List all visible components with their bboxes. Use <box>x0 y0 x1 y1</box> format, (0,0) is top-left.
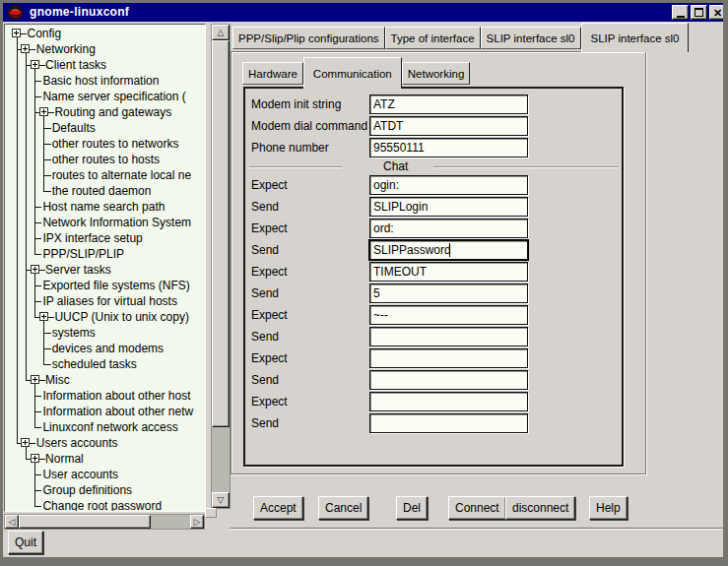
tree-expander[interactable] <box>31 265 39 274</box>
tree-item[interactable]: IP aliases for virtual hosts <box>42 293 177 309</box>
quit-button[interactable]: Quit <box>8 531 43 554</box>
tree-expander[interactable] <box>39 107 48 116</box>
tree-expander[interactable] <box>39 312 48 321</box>
tree-expander[interactable] <box>21 438 30 447</box>
scroll-up-button[interactable]: △ <box>212 25 230 40</box>
tree-item[interactable]: Defaults <box>52 120 96 136</box>
chat-send-input[interactable] <box>369 327 528 346</box>
field-label: Expect <box>251 348 288 368</box>
config-tree-panel: ConfigNetworkingClient tasksBasic host i… <box>4 24 206 512</box>
minimize-button[interactable] <box>672 5 689 20</box>
tree-item[interactable]: Group definitions <box>42 482 132 498</box>
tree-connector <box>30 49 35 50</box>
tree-item[interactable]: Config <box>28 26 62 41</box>
tree-item[interactable]: systems <box>52 325 96 341</box>
tree-item[interactable]: Information about other netw <box>42 404 193 419</box>
tree-item[interactable]: other routes to hosts <box>52 152 160 167</box>
tree-item[interactable]: Server tasks <box>45 262 111 278</box>
tree-item[interactable]: Client tasks <box>45 57 106 73</box>
tree-item[interactable]: Misc <box>45 372 70 388</box>
phone-number-input[interactable] <box>369 138 528 157</box>
tab-communication[interactable]: Communication <box>303 57 402 89</box>
tree-item[interactable]: routes to alternate local ne <box>52 167 191 183</box>
del-button[interactable]: Del <box>396 496 428 520</box>
tree-item[interactable]: Host name search path <box>42 199 165 215</box>
modem-init-input[interactable] <box>369 94 528 114</box>
chat-send-input[interactable] <box>369 370 528 390</box>
tree-expander[interactable] <box>31 454 39 463</box>
tree-item[interactable]: PPP/SLIP/PLIP <box>42 246 124 262</box>
tree-item[interactable]: Networking <box>36 41 96 57</box>
chat-expect-input[interactable] <box>369 219 528 238</box>
chat-expect-input[interactable] <box>369 348 528 368</box>
tree-horizontal-scrollbar[interactable]: ◁ ▷ <box>4 514 205 530</box>
tree-item[interactable]: Routing and gateways <box>54 104 171 120</box>
tree-expander[interactable] <box>12 29 21 37</box>
disconnect-button[interactable]: disconnect <box>505 496 575 520</box>
titlebar[interactable]: gnome-linuxconf ✕ <box>3 3 723 22</box>
tree-item[interactable]: devices and modems <box>52 341 164 356</box>
tree-item[interactable]: Users accounts <box>36 435 118 451</box>
accept-button[interactable]: Accept <box>253 496 303 520</box>
tab-slip-interface-sl0[interactable]: SLIP interface sl0 <box>481 27 581 49</box>
tab-slip-interface-sl0[interactable]: SLIP interface sl0 <box>581 23 690 52</box>
tree-connector <box>43 175 50 176</box>
tree-item[interactable]: UUCP (Unix to unix copy) <box>54 309 189 325</box>
tree-item[interactable]: Change root password <box>42 498 162 512</box>
field-label: Modem init string <box>251 94 341 114</box>
tree-connector <box>34 506 41 507</box>
vertical-scroll-thumb[interactable] <box>212 40 230 427</box>
field-label: Send <box>251 197 279 217</box>
tree-item[interactable]: Information about other host <box>42 388 190 404</box>
horizontal-scroll-thumb[interactable] <box>19 515 151 529</box>
tree-item[interactable]: User accounts <box>42 467 118 482</box>
scroll-left-button[interactable]: ◁ <box>5 515 19 529</box>
tree-item[interactable]: Name server specification ( <box>42 89 185 104</box>
chat-expect-input[interactable] <box>369 262 528 282</box>
tree-expander[interactable] <box>21 44 30 53</box>
field-label: Expect <box>251 262 288 282</box>
tree-connector <box>21 33 27 34</box>
modem-dial-input[interactable] <box>369 116 528 136</box>
tree-connector <box>43 321 44 365</box>
tree-vertical-scrollbar[interactable]: △ ▽ <box>211 24 231 509</box>
tree-item[interactable]: Exported file systems (NFS) <box>42 278 189 293</box>
tab-type-of-interface[interactable]: Type of interface <box>385 27 481 49</box>
tab-networking[interactable]: Networking <box>402 62 471 85</box>
tree-item[interactable]: Basic host information <box>42 73 159 89</box>
tree-connector <box>34 384 35 428</box>
tree-expander[interactable] <box>31 60 39 69</box>
tree-connector <box>30 443 35 444</box>
tree-item[interactable]: the routed daemon <box>52 183 152 199</box>
tree-connector <box>48 112 54 113</box>
chat-expect-input[interactable] <box>369 175 528 195</box>
help-button[interactable]: Help <box>589 496 628 520</box>
chat-send-input[interactable] <box>369 197 528 217</box>
close-icon: ✕ <box>713 7 722 19</box>
tree-connector <box>48 317 54 318</box>
tree-item[interactable]: scheduled tasks <box>52 356 137 372</box>
app-window: gnome-linuxconf ✕ ConfigNetworkingClient… <box>0 0 728 566</box>
tree-connector <box>43 159 50 160</box>
scroll-down-button[interactable]: ▽ <box>212 492 230 508</box>
tree-connector <box>34 69 35 255</box>
tree-item[interactable]: Normal <box>45 451 84 467</box>
chat-send-input[interactable] <box>369 283 528 303</box>
tree-connector <box>39 459 45 460</box>
cancel-button[interactable]: Cancel <box>318 496 368 520</box>
tab-hardware[interactable]: Hardware <box>242 62 303 85</box>
chat-expect-input[interactable] <box>369 305 528 325</box>
chat-expect-input[interactable] <box>369 392 528 411</box>
tree-item[interactable]: Linuxconf network access <box>42 419 177 435</box>
tree-item[interactable]: Network Information System <box>42 215 191 230</box>
tree-expander[interactable] <box>31 375 39 384</box>
tree-connector <box>34 96 41 97</box>
tree-item[interactable]: other routes to networks <box>52 136 179 152</box>
tree-connector <box>43 364 50 365</box>
connect-button[interactable]: Connect <box>448 496 506 520</box>
tab-ppp-slip-plip-configurations[interactable]: PPP/Slip/Plip configurations <box>232 27 385 49</box>
scroll-right-button[interactable]: ▷ <box>190 515 204 529</box>
chat-send-input[interactable] <box>369 413 528 433</box>
tree-item[interactable]: IPX interface setup <box>42 230 142 246</box>
maximize-button[interactable] <box>691 5 707 20</box>
